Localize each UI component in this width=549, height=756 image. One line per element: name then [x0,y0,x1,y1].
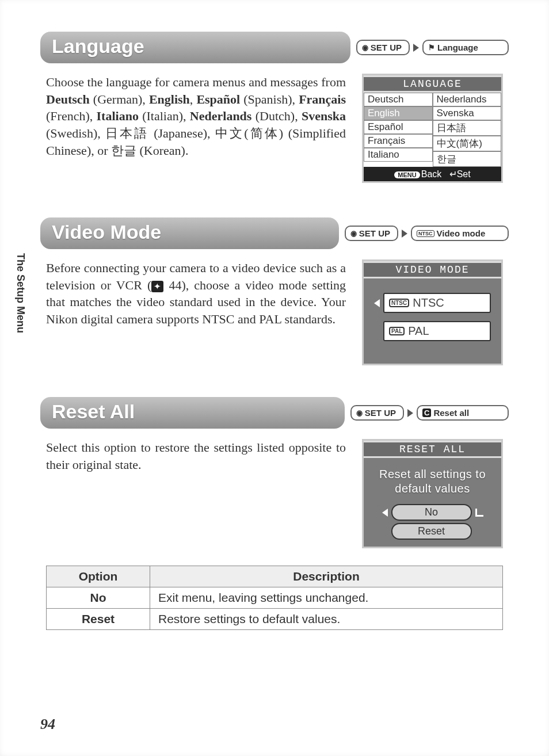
menu-tag-icon: MENU [394,171,420,178]
language-option[interactable]: Svenska [433,106,502,120]
language-option[interactable]: Italiano [364,148,433,162]
table-row: NoExit menu, leaving settings unchanged. [47,587,503,609]
language-panel-title: LANGUAGE [364,75,501,93]
section-title-reset: Reset All [40,397,345,429]
language-body: Choose the language for camera menus and… [46,74,346,183]
option-cell: No [47,587,150,609]
table-row: ResetRestore settings to default values. [47,609,503,630]
video-panel-title: VIDEO MODE [364,261,501,278]
language-option[interactable]: Deutsch [364,93,433,106]
language-panel-footer: MENUBack ↵Set [364,167,501,181]
language-option[interactable]: Français [364,134,433,148]
reset-body: Select this option to restore the settin… [46,439,346,548]
reset-options-table: Option Description NoExit menu, leaving … [46,566,503,630]
video-mode-option[interactable]: PALPAL [383,321,491,341]
language-option[interactable]: 한글 [433,151,502,167]
crumb-setup-2: ◉ SET UP [345,226,398,241]
video-mode-option[interactable]: NTSCNTSC [383,293,491,313]
reset-option-no[interactable]: No [391,504,472,521]
section-title-language: Language [40,32,350,63]
dial-icon: ◉ [350,229,357,238]
page-number: 94 [40,716,55,733]
enter-icon [475,509,483,517]
crumb-reset-all: C Reset all [417,405,509,421]
selected-indicator-icon [374,299,380,307]
nav-left-icon [382,509,388,517]
flag-icon: ⚑ [428,43,435,52]
col-option: Option [47,566,150,587]
crumb-language: ⚑ Language [422,40,509,55]
reset-option-reset[interactable]: Reset [391,523,472,540]
reset-panel: RESET ALL Reset all settings to default … [362,439,503,548]
video-panel: VIDEO MODE NTSCNTSCPALPAL [362,259,503,365]
language-option[interactable]: Nederlands [433,93,502,106]
crumb-setup: ◉ SET UP [356,40,410,55]
description-cell: Exit menu, leaving settings unchanged. [150,587,503,609]
language-option[interactable]: 中文(简体) [433,136,502,151]
reset-icon: C [422,408,431,417]
col-description: Description [150,566,503,587]
dial-icon: ◉ [362,43,368,52]
crumb-video-mode: NTSC Video mode [411,226,509,241]
language-option[interactable]: English [364,106,433,120]
page-ref-icon: ✦ [151,281,163,292]
language-panel: LANGUAGE DeutschEnglishEspañolFrançaisIt… [362,74,503,183]
description-cell: Restore settings to default values. [150,609,503,630]
crumb-setup-3: ◉ SET UP [350,405,404,421]
reset-panel-title: RESET ALL [364,441,501,458]
option-cell: Reset [47,609,150,630]
section-title-video: Video Mode [40,217,339,249]
language-option[interactable]: Español [364,120,433,134]
chevron-right-icon [407,409,413,417]
dial-icon: ◉ [356,408,363,417]
video-standard-tag: PAL [389,327,405,335]
chevron-right-icon [402,230,407,238]
language-option[interactable]: 日本語 [433,120,502,136]
video-body: Before connecting your camera to a video… [46,259,346,365]
video-standard-tag: NTSC [389,299,409,307]
ntsc-icon: NTSC [417,230,434,237]
reset-message: Reset all settings to default values [372,467,493,496]
chevron-right-icon [413,44,419,52]
